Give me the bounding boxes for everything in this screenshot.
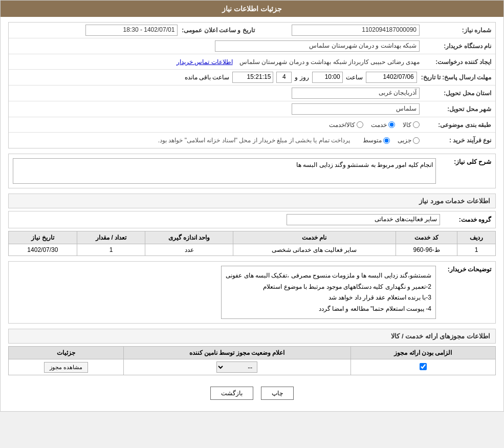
services-table-section: ردیف کد خدمت نام خدمت واحد اندازه گیری ت… bbox=[8, 231, 496, 256]
general-desc-label: شرح کلی نیاز: bbox=[440, 158, 491, 165]
creator-row: ایجاد کننده درخواست: مهدی رضائی حبیبی کا… bbox=[9, 54, 495, 70]
creator-label: ایجاد کننده درخواست: bbox=[420, 58, 491, 66]
purchase-type-row: نوع فرآیند خرید : جزیی متوسط پرداخت تمام… bbox=[9, 133, 495, 148]
page-header: جزئیات اطلاعات نیاز bbox=[1, 1, 503, 17]
category-option-3: کالا/خدمت bbox=[329, 121, 363, 129]
purchase-type-note: پرداخت تمام یا بخشی از مبلغ خریدار از مح… bbox=[158, 137, 350, 144]
days-label: روز و bbox=[295, 74, 309, 81]
permits-table-section: الزامی بودن ارائه مجوز اعلام وضعیت مجوز … bbox=[8, 346, 496, 375]
purchase-type-option-jozii: جزیی bbox=[398, 137, 420, 144]
purchase-type-label: نوع فرآیند خرید : bbox=[420, 137, 491, 144]
creator-value: مهدی رضائی حبیبی کاربرداز شبکه بهداشت و … bbox=[239, 58, 420, 66]
deadline-row: مهلت ارسال پاسخ: تا تاریخ: 1402/07/06 سا… bbox=[9, 70, 495, 86]
permit-required-cell bbox=[350, 359, 495, 375]
category-option-1: کالا bbox=[403, 121, 420, 129]
services-section-header: اطلاعات خدمات مورد نیاز bbox=[8, 194, 496, 208]
purchase-type-radio-group: جزیی متوسط پرداخت تمام یا بخشی از مبلغ خ… bbox=[13, 137, 420, 144]
time-remaining: 15:21:15 bbox=[232, 72, 273, 83]
buyer-notes-content: شستشو،گند زدایی البسه ها و ملزومات منسوج… bbox=[221, 266, 436, 319]
buyer-org-value: شبکه بهداشت و درمان شهرستان سلماس bbox=[215, 40, 420, 52]
need-number-value: 1102094187000090 bbox=[292, 25, 420, 36]
time-remaining-label: ساعت باقی مانده bbox=[185, 74, 230, 81]
need-number-row: شماره نیاز: 1102094187000090 تاریخ و ساع… bbox=[9, 23, 495, 38]
category-label: طبقه بندی موضوعی: bbox=[420, 121, 491, 129]
province-label: استان محل تحویل: bbox=[420, 90, 491, 97]
deadline-date: 1402/07/06 bbox=[366, 72, 417, 83]
buyer-org-label: نام دستگاه خریدار: bbox=[420, 42, 491, 50]
deadline-label: مهلت ارسال پاسخ: تا تاریخ: bbox=[417, 74, 491, 81]
category-radio-khedmat[interactable] bbox=[388, 121, 395, 128]
permit-status-dropdown[interactable]: -- bbox=[216, 361, 257, 373]
category-row: طبقه بندی موضوعی: کالا خدمت bbox=[9, 117, 495, 133]
buyer-notes-section: توضیحات خریدار: شستشو،گند زدایی البسه ها… bbox=[8, 261, 496, 324]
permit-required-checkbox[interactable] bbox=[420, 363, 427, 370]
services-table: ردیف کد خدمت نام خدمت واحد اندازه گیری ت… bbox=[8, 231, 496, 256]
page-title: جزئیات اطلاعات نیاز bbox=[222, 5, 282, 13]
col-header-unit: واحد اندازه گیری bbox=[145, 231, 233, 244]
purchase-type-radio-mutavasset[interactable] bbox=[383, 137, 390, 144]
service-group-value: سایر فعالیت‌های خدماتی bbox=[287, 214, 440, 225]
category-radio-group: کالا خدمت کالا/خدمت bbox=[13, 121, 420, 129]
announce-datetime-label: تاریخ و ساعت اعلان عمومی: bbox=[178, 27, 254, 34]
view-permit-button[interactable]: مشاهده مجوز bbox=[44, 362, 88, 373]
action-buttons-area: چاپ بازگشت bbox=[8, 380, 496, 406]
permits-col-status: اعلام وضعیت مجوز توسط نامین کننده bbox=[123, 347, 350, 359]
days-value: 4 bbox=[276, 72, 292, 83]
province-value: آذربایجان غربی bbox=[292, 88, 420, 99]
col-header-qty: تعداد / مقدار bbox=[77, 231, 145, 244]
table-row: -- مشاهده مجوز bbox=[9, 359, 496, 375]
col-header-row: ردیف bbox=[457, 231, 496, 244]
creator-link[interactable]: اطلاعات تماس خریدار bbox=[177, 58, 233, 66]
buyer-org-row: نام دستگاه خریدار: شبکه بهداشت و درمان ش… bbox=[9, 38, 495, 54]
col-header-date: تاریخ نیاز bbox=[9, 231, 77, 244]
col-header-code: کد خدمت bbox=[396, 231, 457, 244]
permit-status-cell: -- bbox=[123, 359, 350, 375]
permit-details-cell: مشاهده مجوز bbox=[9, 359, 124, 375]
announce-datetime-value: 1402/07/01 - 18:30 bbox=[85, 25, 178, 36]
back-button[interactable]: بازگشت bbox=[210, 387, 253, 400]
deadline-datetime: 1402/07/06 ساعت 10:00 روز و 4 15:21:15 س… bbox=[13, 72, 417, 83]
permits-col-required: الزامی بودن ارائه مجوز bbox=[350, 347, 495, 359]
service-group-row: گروه خدمت: سایر فعالیت‌های خدماتی bbox=[8, 211, 496, 228]
deadline-time-label: ساعت bbox=[346, 74, 363, 81]
city-row: شهر محل تحویل: سلماس bbox=[9, 101, 495, 117]
permits-section-header: اطلاعات مجوزهای ارائه خدمت / کالا bbox=[8, 329, 496, 344]
permits-col-details: جزئیات bbox=[9, 347, 124, 359]
general-desc-value: انجام کلیه امور مربوط به شستشو وگند زدای… bbox=[13, 158, 436, 184]
buyer-notes-label: توضیحات خریدار: bbox=[440, 266, 491, 273]
city-value: سلماس bbox=[292, 103, 420, 115]
table-row: 1 ط-96-960 سایر فعالیت های خدماتی شخصی ع… bbox=[9, 244, 496, 256]
general-desc-section: شرح کلی نیاز: انجام کلیه امور مربوط به ش… bbox=[8, 154, 496, 188]
deadline-time: 10:00 bbox=[312, 72, 343, 83]
purchase-type-option-mutavasset: متوسط bbox=[363, 137, 390, 144]
city-label: شهر محل تحویل: bbox=[420, 105, 491, 113]
category-radio-kala[interactable] bbox=[413, 121, 420, 128]
category-option-2: خدمت bbox=[371, 121, 395, 129]
col-header-name: نام خدمت bbox=[233, 231, 396, 244]
purchase-type-radio-jozii[interactable] bbox=[413, 137, 420, 144]
province-row: استان محل تحویل: آذربایجان غربی bbox=[9, 86, 495, 101]
category-radio-both[interactable] bbox=[357, 121, 363, 128]
permits-table: الزامی بودن ارائه مجوز اعلام وضعیت مجوز … bbox=[8, 346, 496, 375]
print-button[interactable]: چاپ bbox=[261, 387, 294, 400]
need-number-label: شماره نیاز: bbox=[420, 27, 491, 34]
main-form: شماره نیاز: 1102094187000090 تاریخ و ساع… bbox=[8, 22, 496, 148]
service-group-label: گروه خدمت: bbox=[440, 216, 491, 223]
